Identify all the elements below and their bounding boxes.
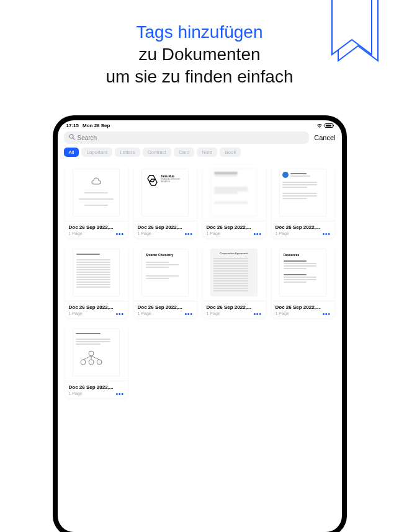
document-meta: Doc 26 Sep 2022,...1 Page••• [272, 301, 334, 318]
tag-pill-note[interactable]: Note [197, 148, 217, 157]
document-card[interactable]: Doc 26 Sep 2022,...1 Page••• [272, 164, 334, 238]
svg-point-7 [97, 360, 102, 365]
tags-row: AllLoportantLettersContractCardNoteBook [58, 148, 342, 162]
document-thumbnail: Cooperation Agreement [203, 244, 266, 301]
svg-line-10 [91, 356, 99, 360]
document-meta: Doc 26 Sep 2022,...1 Page••• [203, 301, 266, 318]
battery-icon [325, 123, 333, 128]
hexagon-icon [145, 174, 158, 188]
wifi-icon [316, 123, 323, 128]
documents-grid: Doc 26 Sep 2022,...1 Page•••Jane RueFINA… [58, 162, 342, 401]
document-meta: Doc 26 Sep 2022,...1 Page••• [134, 301, 197, 318]
tag-pill-card[interactable]: Card [174, 148, 194, 157]
status-time: 17:15 [66, 123, 79, 128]
svg-line-1 [73, 138, 74, 140]
search-icon [69, 134, 75, 141]
document-meta: Doc 26 Sep 2022,...1 Page••• [134, 221, 197, 238]
svg-point-6 [89, 360, 94, 365]
document-pages: 1 Page [138, 231, 151, 236]
document-thumbnail: Smarter Chemistry [134, 244, 197, 301]
document-card[interactable]: Doc 26 Sep 2022,...1 Page••• [65, 164, 128, 238]
status-bar: 17:15 Mon 26 Sep [58, 120, 342, 130]
document-title: Doc 26 Sep 2022,... [138, 224, 193, 230]
headline-blue: Tags hinzufügen [137, 22, 263, 42]
document-pages: 1 Page [69, 391, 83, 396]
document-title: Doc 26 Sep 2022,... [138, 304, 193, 310]
document-card[interactable]: Doc 26 Sep 2022,...1 Page••• [203, 164, 266, 238]
diagram-icon [76, 348, 107, 367]
bookmark-ribbon-icon [326, 0, 385, 74]
document-pages: 1 Page [207, 311, 220, 316]
tag-pill-contract[interactable]: Contract [143, 148, 171, 157]
svg-marker-3 [150, 179, 157, 185]
tag-pill-loportant[interactable]: Loportant [81, 148, 112, 157]
document-meta: Doc 26 Sep 2022,...1 Page••• [65, 301, 128, 318]
avatar-icon [282, 172, 289, 178]
headline-line2: zu Dokumenten [138, 45, 260, 64]
svg-point-5 [81, 360, 86, 365]
document-pages: 1 Page [69, 311, 83, 316]
svg-line-8 [83, 356, 91, 360]
document-thumbnail [65, 324, 128, 381]
svg-marker-2 [148, 175, 155, 182]
document-pages: 1 Page [276, 311, 289, 316]
document-title: Doc 26 Sep 2022,... [276, 304, 331, 310]
document-title: Doc 26 Sep 2022,... [276, 224, 331, 230]
document-meta: Doc 26 Sep 2022,...1 Page••• [203, 221, 266, 238]
document-card[interactable]: Cooperation AgreementDoc 26 Sep 2022,...… [203, 244, 266, 318]
document-meta: Doc 26 Sep 2022,...1 Page••• [65, 221, 128, 238]
tag-pill-letters[interactable]: Letters [115, 148, 140, 157]
document-card[interactable]: Doc 26 Sep 2022,...1 Page••• [65, 244, 128, 318]
document-card[interactable]: Smarter ChemistryDoc 26 Sep 2022,...1 Pa… [134, 244, 197, 318]
headline-line3: um sie zu finden einfach [106, 67, 294, 86]
search-input[interactable] [78, 135, 305, 141]
document-pages: 1 Page [69, 231, 83, 236]
document-title: Doc 26 Sep 2022,... [69, 224, 124, 230]
document-thumbnail [65, 164, 128, 221]
search-box[interactable] [64, 131, 310, 144]
ipad-frame: 17:15 Mon 26 Sep Cancel AllLoportantLett… [53, 115, 347, 532]
ipad-screen: 17:15 Mon 26 Sep Cancel AllLoportantLett… [58, 120, 342, 532]
document-thumbnail: Jane RueFINANCIAL SERVICES MANAGER [134, 164, 197, 221]
document-pages: 1 Page [138, 311, 151, 316]
document-thumbnail [203, 164, 266, 221]
document-thumbnail: Resources [272, 244, 334, 301]
tag-pill-all[interactable]: All [64, 148, 79, 157]
cloud-icon [91, 177, 102, 188]
document-thumbnail [272, 164, 334, 221]
search-row: Cancel [58, 130, 342, 148]
document-title: Doc 26 Sep 2022,... [207, 224, 262, 230]
document-card[interactable]: Doc 26 Sep 2022,...1 Page••• [65, 324, 128, 398]
document-title: Doc 26 Sep 2022,... [69, 384, 124, 390]
tag-pill-book[interactable]: Book [220, 148, 241, 157]
document-thumbnail [65, 244, 128, 301]
document-title: Doc 26 Sep 2022,... [207, 304, 262, 310]
document-meta: Doc 26 Sep 2022,...1 Page••• [65, 381, 128, 398]
cancel-button[interactable]: Cancel [314, 134, 335, 141]
status-date: Mon 26 Sep [83, 123, 110, 128]
document-title: Doc 26 Sep 2022,... [69, 304, 124, 310]
document-card[interactable]: Jane RueFINANCIAL SERVICES MANAGERDoc 26… [134, 164, 197, 238]
svg-point-4 [89, 351, 94, 356]
document-card[interactable]: ResourcesDoc 26 Sep 2022,...1 Page••• [272, 244, 334, 318]
document-pages: 1 Page [276, 231, 289, 236]
document-pages: 1 Page [207, 231, 220, 236]
document-meta: Doc 26 Sep 2022,...1 Page••• [272, 221, 334, 238]
